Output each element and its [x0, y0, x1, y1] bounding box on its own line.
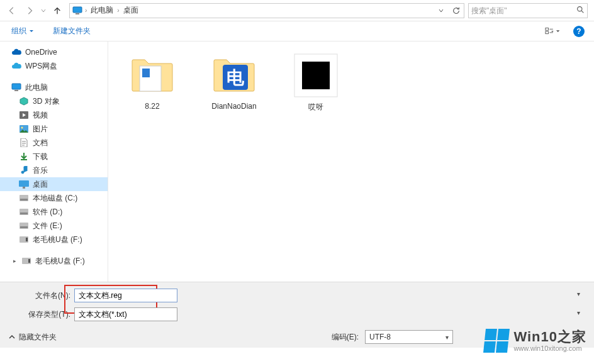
chevron-down-icon	[41, 8, 46, 13]
chevron-down-icon: ▾	[446, 334, 449, 341]
filetype-row: 保存类型(T): ▾	[9, 307, 585, 321]
download-icon	[19, 152, 29, 162]
file-label: 哎呀	[308, 102, 323, 113]
chevron-down-icon[interactable]: ▾	[577, 309, 580, 316]
file-item[interactable]: 电 DianNaoDian	[203, 50, 266, 113]
chevron-up-icon	[9, 334, 15, 340]
drive-icon	[19, 193, 29, 203]
watermark: Win10之家 www.win10xitong.com	[485, 329, 586, 353]
chevron-down-icon[interactable]: ▾	[577, 290, 580, 297]
main-area: OneDrive WPS网盘 此电脑 3D 对象 视频 图片 文档	[0, 41, 594, 282]
document-icon	[19, 138, 29, 148]
svg-rect-21	[28, 259, 30, 263]
tree-documents[interactable]: 文档	[0, 136, 108, 150]
svg-point-2	[578, 6, 582, 11]
tree-usb-f[interactable]: 老毛桃U盘 (F:)	[0, 233, 108, 246]
search-icon[interactable]	[576, 6, 585, 16]
toolbar: 组织 新建文件夹 ?	[0, 21, 594, 41]
file-label: DianNaoDian	[211, 102, 256, 111]
content-area[interactable]: 8.22 电 DianNaoDian 哎呀	[108, 41, 594, 282]
filename-input[interactable]	[74, 289, 177, 302]
up-button[interactable]	[49, 3, 65, 19]
tree-downloads[interactable]: 下载	[0, 150, 108, 163]
svg-rect-17	[20, 226, 28, 228]
new-folder-button[interactable]: 新建文件夹	[49, 23, 94, 39]
arrow-up-icon	[53, 6, 62, 15]
search-box[interactable]	[468, 3, 588, 18]
tree-music[interactable]: 音乐	[0, 163, 108, 177]
svg-rect-15	[20, 212, 28, 214]
encoding-combo[interactable]: UTF-8 ▾	[365, 330, 453, 344]
folder-icon: 电	[211, 53, 257, 98]
svg-text:电: 电	[227, 68, 245, 87]
svg-rect-13	[20, 199, 28, 201]
music-icon	[19, 165, 29, 175]
usb-drive-icon	[21, 256, 31, 266]
tree-drive-e[interactable]: 文件 (E:)	[0, 219, 108, 233]
hide-folders-button[interactable]: 隐藏文件夹	[9, 332, 57, 343]
tree-onedrive[interactable]: OneDrive	[0, 45, 108, 59]
help-button[interactable]: ?	[571, 24, 586, 39]
address-bar[interactable]: › 此电脑 › 桌面	[69, 3, 464, 18]
tree-desktop[interactable]: 桌面	[0, 177, 108, 191]
drive-icon	[19, 207, 29, 217]
cloud-icon	[11, 47, 21, 57]
svg-rect-23	[142, 69, 150, 77]
svg-rect-6	[14, 90, 18, 91]
recent-dropdown[interactable]	[39, 3, 48, 19]
tree-usb-f2[interactable]: ▸ 老毛桃U盘 (F:)	[0, 254, 108, 268]
new-folder-label: 新建文件夹	[53, 26, 91, 36]
drive-icon	[19, 221, 29, 231]
desktop-icon	[19, 179, 29, 189]
refresh-button[interactable]	[449, 4, 464, 18]
hide-folders-label: 隐藏文件夹	[19, 332, 57, 343]
file-item[interactable]: 哎呀	[284, 50, 347, 115]
chevron-down-icon	[29, 29, 34, 34]
crumb-desktop[interactable]: 桌面	[121, 4, 141, 18]
svg-rect-1	[76, 13, 79, 14]
tree-thispc[interactable]: 此电脑	[0, 80, 108, 94]
arrow-left-icon	[8, 6, 16, 15]
filename-label: 文件名(N):	[9, 290, 74, 301]
watermark-url: www.win10xitong.com	[513, 345, 586, 352]
organize-button[interactable]: 组织	[8, 23, 38, 39]
tree-3dobjects[interactable]: 3D 对象	[0, 94, 108, 108]
file-item[interactable]: 8.22	[121, 50, 184, 113]
tree-videos[interactable]: 视频	[0, 108, 108, 122]
view-icon	[545, 27, 554, 36]
filetype-combo[interactable]	[74, 307, 177, 321]
svg-rect-27	[302, 62, 330, 89]
watermark-title: Win10之家	[513, 329, 586, 345]
expand-icon[interactable]: ▸	[11, 258, 18, 264]
folder-icon	[130, 53, 175, 98]
address-dropdown[interactable]	[434, 4, 449, 18]
help-icon: ?	[573, 26, 585, 37]
crumb-thispc[interactable]: 此电脑	[88, 4, 116, 18]
windows-logo-icon	[483, 329, 510, 353]
cube-icon	[19, 96, 29, 106]
tree-drive-d[interactable]: 软件 (D:)	[0, 205, 108, 219]
folder-tree[interactable]: OneDrive WPS网盘 此电脑 3D 对象 视频 图片 文档	[0, 41, 108, 282]
view-options-button[interactable]	[545, 24, 560, 39]
forward-button[interactable]	[21, 3, 38, 19]
chevron-right-icon: ›	[116, 7, 120, 14]
svg-rect-11	[23, 187, 25, 189]
breadcrumb: › 此电脑 › 桌面	[84, 4, 141, 18]
organize-label: 组织	[11, 26, 26, 36]
picture-icon	[19, 124, 29, 134]
chevron-down-icon	[556, 29, 560, 34]
tree-wps[interactable]: WPS网盘	[0, 59, 108, 73]
encoding-value: UTF-8	[369, 333, 391, 341]
chevron-down-icon	[439, 8, 444, 13]
svg-rect-10	[19, 180, 29, 187]
search-input[interactable]	[471, 6, 576, 15]
back-button[interactable]	[4, 3, 20, 19]
svg-point-9	[21, 127, 23, 129]
tree-pictures[interactable]: 图片	[0, 122, 108, 136]
encoding-label: 编码(E):	[332, 332, 359, 343]
image-thumb-icon	[293, 53, 339, 98]
filetype-label: 保存类型(T):	[9, 309, 74, 320]
svg-rect-3	[546, 28, 549, 30]
tree-local-c[interactable]: 本地磁盘 (C:)	[0, 191, 108, 205]
cloud-icon	[11, 61, 21, 71]
